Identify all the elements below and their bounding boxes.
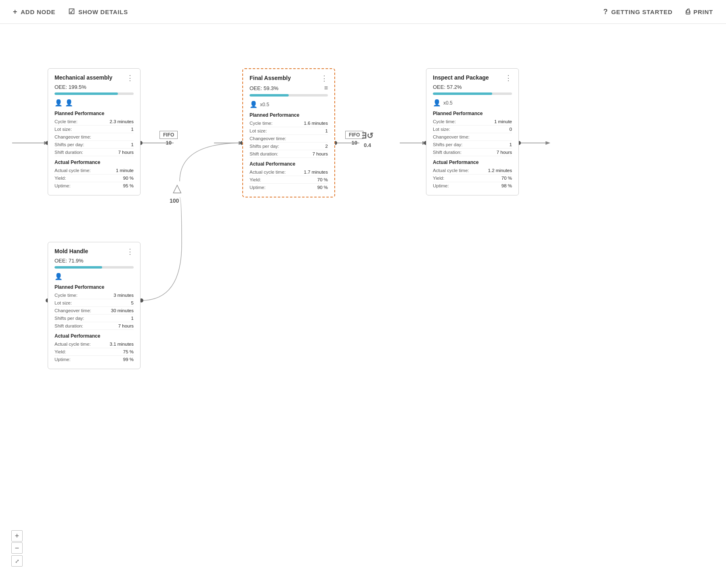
plus-icon: + [13, 8, 17, 16]
zoom-out-button[interactable]: − [11, 542, 23, 554]
data-row-uptime: Uptime: 98 % [433, 182, 512, 189]
data-row-yield: Yield: 70 % [250, 176, 328, 184]
data-row-changeover: Changeover time: 30 minutes [55, 307, 134, 315]
inspect-package-card[interactable]: Inspect and Package ⋮ OEE: 57.2% 👤 x0.5 … [426, 68, 519, 195]
fifo-label-1: FIFO 10 [159, 131, 178, 146]
operator-icon: 👤 [250, 101, 258, 108]
mold-handle-card[interactable]: Mold Handle ⋮ OEE: 71.9% 👤 Planned Perfo… [48, 242, 141, 369]
data-row-cycle-time: Cycle time: 2.3 minutes [55, 118, 134, 126]
actual-section-title: Actual Performance [55, 160, 134, 165]
data-row-uptime: Uptime: 95 % [55, 182, 134, 189]
node-menu-button[interactable]: ⋮ [505, 74, 512, 82]
progress-bar-bg [55, 266, 134, 269]
triangle-icon: △ [173, 181, 182, 195]
data-row-lot-size: Lot size: 5 [55, 299, 134, 307]
getting-started-button[interactable]: ? GETTING STARTED [603, 8, 673, 16]
data-row-yield: Yield: 75 % [55, 348, 134, 356]
operator-icon: 👤 [55, 273, 63, 280]
progress-bar-fill [55, 92, 118, 95]
data-row-actual-cycle: Actual cycle time: 1.7 minutes [250, 168, 328, 176]
operator-multiplier: x0.5 [443, 100, 453, 106]
toolbar-left: + ADD NODE ☑ SHOW DETAILS [13, 7, 128, 16]
data-row-actual-cycle: Actual cycle time: 1.2 minutes [433, 167, 512, 174]
operator-icon: 👤 [55, 99, 63, 107]
node-title: Mold Handle [55, 248, 126, 254]
data-row-shifts: Shifts per day: 1 [55, 315, 134, 322]
data-row-changeover: Changeover time: [433, 133, 512, 141]
data-row-cycle-time: Cycle time: 3 minutes [55, 292, 134, 299]
operator-icon: 👤 [433, 99, 441, 107]
data-row-uptime: Uptime: 99 % [55, 356, 134, 363]
zoom-in-button[interactable]: + [11, 530, 23, 542]
operator-icon-2: 👤 [65, 99, 73, 107]
operator-row: 👤 👤 [55, 99, 134, 107]
planned-section-title: Planned Performance [55, 111, 134, 116]
oee-row: OEE: 57.2% [433, 84, 512, 90]
node-header: Mechanical assembly ⋮ [55, 74, 134, 82]
data-row-shifts: Shifts per day: 2 [250, 143, 328, 150]
print-button[interactable]: ⎙ PRINT [686, 8, 713, 16]
node-menu-button[interactable]: ⋮ [126, 248, 134, 255]
zoom-controls: + − ⤢ [11, 530, 23, 567]
data-row-duration: Shift duration: 7 hours [433, 149, 512, 156]
operator-multiplier: x0.5 [260, 102, 269, 107]
mechanical-assembly-card[interactable]: Mechanical assembly ⋮ OEE: 199.5% 👤 👤 Pl… [48, 68, 141, 195]
node-header: Inspect and Package ⋮ [433, 74, 512, 82]
oee-row: OEE: 199.5% [55, 84, 134, 90]
data-row-yield: Yield: 90 % [55, 174, 134, 182]
zoom-fit-button[interactable]: ⤢ [11, 555, 23, 567]
data-row-duration: Shift duration: 7 hours [55, 322, 134, 330]
add-node-button[interactable]: + ADD NODE [13, 8, 55, 16]
oee-value: OEE: 199.5% [55, 84, 86, 90]
triangle-value: 100 [170, 197, 179, 204]
actual-section-title: Actual Performance [55, 333, 134, 339]
note-icon: ≡ [324, 84, 328, 92]
actual-section-title: Actual Performance [433, 160, 512, 165]
progress-bar-fill [55, 266, 102, 269]
fifo-label-2: FIFO 10 [345, 131, 363, 146]
data-row-actual-cycle: Actual cycle time: 1 minute [55, 167, 134, 174]
planned-section-title: Planned Performance [55, 284, 134, 290]
checkbox-icon: ☑ [68, 7, 75, 16]
planned-section-title: Planned Performance [433, 111, 512, 116]
data-row-duration: Shift duration: 7 hours [55, 149, 134, 156]
actual-section-title: Actual Performance [250, 161, 328, 167]
node-menu-button[interactable]: ⋮ [126, 74, 134, 82]
fifo-box-1: FIFO [159, 131, 178, 139]
data-row-lot-size: Lot size: 0 [433, 126, 512, 133]
data-row-lot-size: Lot size: 1 [55, 126, 134, 133]
final-assembly-card[interactable]: Final Assembly ⋮ OEE: 59.3% ≡ 👤 x0.5 Pla… [242, 68, 335, 197]
operator-row: 👤 x0.5 [433, 99, 512, 107]
data-row-shifts: Shifts per day: 1 [55, 141, 134, 149]
data-row-actual-cycle: Actual cycle time: 3.1 minutes [55, 340, 134, 348]
data-row-yield: Yield: 70 % [433, 174, 512, 182]
data-row-changeover: Changeover time: [55, 133, 134, 141]
data-row-duration: Shift duration: 7 hours [250, 150, 328, 158]
oee-row: OEE: 71.9% [55, 258, 134, 264]
data-row-lot-size: Lot size: 1 [250, 127, 328, 135]
planned-section-title: Planned Performance [250, 112, 328, 118]
fifo-box-2: FIFO [345, 131, 363, 139]
progress-bar-bg [433, 92, 512, 95]
data-row-cycle-time: Cycle time: 1.6 minutes [250, 120, 328, 127]
special-symbols: ∃↺ [361, 131, 373, 141]
progress-bar-bg [55, 92, 134, 95]
data-row-shifts: Shifts per day: 1 [433, 141, 512, 149]
node-menu-button[interactable]: ⋮ [321, 75, 328, 82]
oee-value: OEE: 57.2% [433, 84, 462, 90]
operator-row: 👤 x0.5 [250, 101, 328, 108]
node-header: Final Assembly ⋮ [250, 75, 328, 82]
data-row-cycle-time: Cycle time: 1 minute [433, 118, 512, 126]
print-icon: ⎙ [686, 8, 690, 16]
node-title: Inspect and Package [433, 74, 505, 81]
progress-bar-bg [250, 94, 328, 97]
oee-value: OEE: 71.9% [55, 258, 84, 264]
toolbar: + ADD NODE ☑ SHOW DETAILS ? GETTING STAR… [0, 0, 726, 24]
data-row-changeover: Changeover time: [250, 135, 328, 143]
oee-value: OEE: 59.3% [250, 85, 279, 91]
show-details-button[interactable]: ☑ SHOW DETAILS [68, 7, 128, 16]
help-icon: ? [603, 8, 608, 16]
special-operator-node: ∃↺ 0.4 [361, 131, 373, 148]
node-title: Mechanical assembly [55, 74, 126, 81]
canvas: FIFO 10 FIFO 10 ∃↺ 0.4 △ 100 Mechanical … [0, 24, 726, 583]
